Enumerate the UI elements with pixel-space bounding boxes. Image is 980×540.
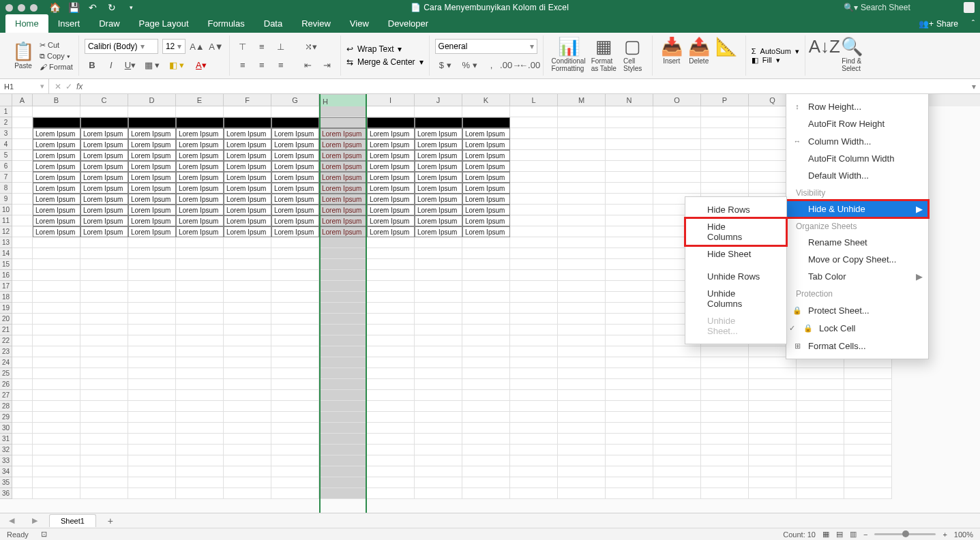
cell-A24[interactable] xyxy=(12,357,33,368)
conditional-formatting-button[interactable]: 📊Conditional Formatting xyxy=(549,35,589,76)
cell-H27[interactable] xyxy=(319,390,367,401)
cell-U30[interactable] xyxy=(797,423,844,434)
cell-E22[interactable] xyxy=(176,335,224,346)
cell-H31[interactable] xyxy=(319,434,367,445)
cell-L18[interactable] xyxy=(510,292,558,303)
comma-button[interactable]: , xyxy=(484,57,499,72)
cell-E15[interactable] xyxy=(176,259,224,270)
cell-A2[interactable] xyxy=(12,117,33,128)
cell-H24[interactable] xyxy=(319,357,367,368)
cell-G28[interactable] xyxy=(271,401,319,412)
cell-I35[interactable] xyxy=(367,477,415,488)
cell-A1[interactable] xyxy=(12,106,33,117)
cell-M10[interactable] xyxy=(558,205,606,215)
cell-E16[interactable] xyxy=(176,270,224,281)
cell-L19[interactable] xyxy=(510,303,558,314)
cell-J10[interactable]: Lorem Ipsum xyxy=(415,205,462,215)
cell-H5[interactable]: Lorem Ipsum xyxy=(319,150,367,161)
cell-V31[interactable] xyxy=(844,434,892,445)
cell-O24[interactable] xyxy=(653,357,701,368)
cell-G30[interactable] xyxy=(271,423,319,434)
cell-L32[interactable] xyxy=(510,445,558,455)
cell-H32[interactable] xyxy=(319,445,367,455)
cell-V35[interactable] xyxy=(844,477,892,488)
cell-K30[interactable] xyxy=(462,423,510,434)
cell-B34[interactable] xyxy=(33,466,80,477)
cell-E17[interactable] xyxy=(176,281,224,292)
cell-I28[interactable] xyxy=(367,401,415,412)
cell-J36[interactable] xyxy=(415,488,462,499)
cell-J20[interactable] xyxy=(415,314,462,325)
cell-E3[interactable]: Lorem Ipsum xyxy=(176,128,224,139)
row-header-12[interactable]: 12 xyxy=(0,226,12,237)
cell-E14[interactable] xyxy=(176,248,224,259)
cell-E23[interactable] xyxy=(176,346,224,357)
cell-A17[interactable] xyxy=(12,281,33,292)
cell-O5[interactable] xyxy=(653,150,701,161)
row-header-27[interactable]: 27 xyxy=(0,390,12,401)
cell-F36[interactable] xyxy=(224,488,271,499)
cell-I27[interactable] xyxy=(367,390,415,401)
cell-P24[interactable] xyxy=(701,357,749,368)
col-header-C[interactable]: C xyxy=(80,94,128,106)
italic-button[interactable]: I xyxy=(104,57,119,72)
cell-I3[interactable]: Lorem Ipsum xyxy=(367,128,415,139)
cell-F32[interactable] xyxy=(224,445,271,455)
menu-protect-sheet[interactable]: 🔒Protect Sheet... xyxy=(786,301,928,319)
cell-C2[interactable] xyxy=(80,117,128,128)
cell-L3[interactable] xyxy=(510,128,558,139)
cell-H3[interactable]: Lorem Ipsum xyxy=(319,128,367,139)
cell-G7[interactable]: Lorem Ipsum xyxy=(271,172,319,183)
cell-F9[interactable]: Lorem Ipsum xyxy=(224,194,271,205)
cell-K18[interactable] xyxy=(462,292,510,303)
cell-B3[interactable]: Lorem Ipsum xyxy=(33,128,80,139)
col-header-B[interactable]: B xyxy=(33,94,80,106)
row-header-16[interactable]: 16 xyxy=(0,270,12,281)
cell-D11[interactable]: Lorem Ipsum xyxy=(128,215,176,226)
cell-A33[interactable] xyxy=(12,455,33,466)
cell-A4[interactable] xyxy=(12,139,33,150)
cell-H34[interactable] xyxy=(319,466,367,477)
cell-H18[interactable] xyxy=(319,292,367,303)
cell-J12[interactable]: Lorem Ipsum xyxy=(415,226,462,237)
cell-K2[interactable] xyxy=(462,117,510,128)
row-header-25[interactable]: 25 xyxy=(0,368,12,379)
cell-P7[interactable] xyxy=(701,172,749,183)
cell-M19[interactable] xyxy=(558,303,606,314)
cell-F17[interactable] xyxy=(224,281,271,292)
cell-A6[interactable] xyxy=(12,161,33,172)
row-header-5[interactable]: 5 xyxy=(0,150,12,161)
cell-Q36[interactable] xyxy=(749,488,797,499)
row-header-31[interactable]: 31 xyxy=(0,434,12,445)
row-header-20[interactable]: 20 xyxy=(0,314,12,325)
cell-J34[interactable] xyxy=(415,466,462,477)
cell-A21[interactable] xyxy=(12,325,33,335)
cell-M25[interactable] xyxy=(558,368,606,379)
cell-D34[interactable] xyxy=(128,466,176,477)
cell-N8[interactable] xyxy=(606,183,653,194)
cell-B30[interactable] xyxy=(33,423,80,434)
cell-L17[interactable] xyxy=(510,281,558,292)
fill-button[interactable]: ◧ Fill ▾ xyxy=(752,56,799,65)
cell-K31[interactable] xyxy=(462,434,510,445)
col-header-N[interactable]: N xyxy=(606,94,653,106)
cell-J28[interactable] xyxy=(415,401,462,412)
col-header-M[interactable]: M xyxy=(558,94,606,106)
cell-I22[interactable] xyxy=(367,335,415,346)
view-page-layout-icon[interactable]: ▤ xyxy=(836,530,843,539)
cell-G33[interactable] xyxy=(271,455,319,466)
cell-B9[interactable]: Lorem Ipsum xyxy=(33,194,80,205)
cell-P28[interactable] xyxy=(701,401,749,412)
cell-C33[interactable] xyxy=(80,455,128,466)
row-header-30[interactable]: 30 xyxy=(0,423,12,434)
cell-K6[interactable]: Lorem Ipsum xyxy=(462,161,510,172)
cell-J18[interactable] xyxy=(415,292,462,303)
cell-H1[interactable] xyxy=(319,106,367,117)
cell-Q27[interactable] xyxy=(749,390,797,401)
cell-U36[interactable] xyxy=(797,488,844,499)
cell-F29[interactable] xyxy=(224,412,271,423)
cell-U34[interactable] xyxy=(797,466,844,477)
row-header-18[interactable]: 18 xyxy=(0,292,12,303)
cell-D6[interactable]: Lorem Ipsum xyxy=(128,161,176,172)
cell-C14[interactable] xyxy=(80,248,128,259)
